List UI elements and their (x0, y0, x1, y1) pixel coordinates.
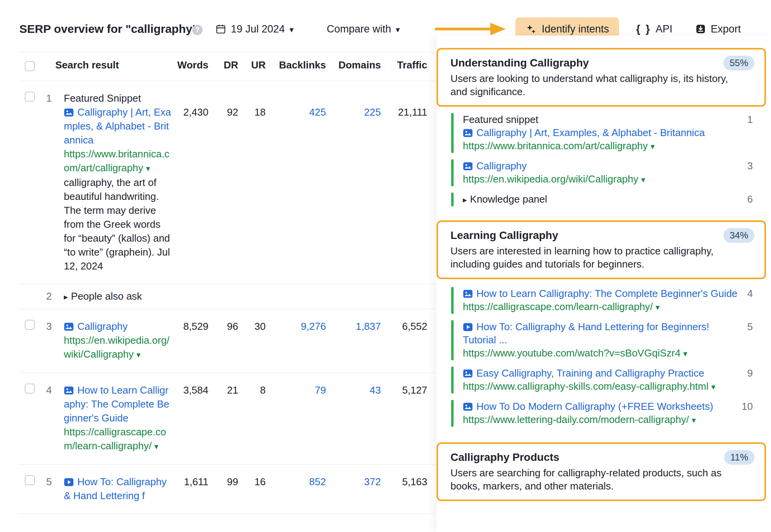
row-checkbox[interactable] (25, 475, 35, 485)
intent-bar (451, 193, 454, 206)
column-header-words: Words (172, 52, 208, 81)
row-checkbox[interactable] (25, 320, 35, 330)
result-rank: 10 (738, 400, 766, 413)
cell-domains[interactable]: 225 (326, 81, 381, 284)
result-link[interactable]: How To: Calligraphy & Hand Lettering f (64, 476, 167, 501)
cell-ur: 16 (238, 465, 266, 513)
result-url[interactable]: https://calligrascape.com/learn-calligra… (64, 425, 172, 454)
url-caret-icon[interactable]: ▾ (154, 442, 159, 451)
date-picker-button[interactable]: 19 Jul 2024 ▾ (215, 20, 293, 38)
api-label: API (656, 23, 673, 35)
cell-words: 3,584 (172, 373, 208, 464)
image-icon (463, 128, 473, 138)
intent-bar (451, 367, 454, 394)
page-title: SERP overview for "calligraphy" (19, 22, 198, 36)
cell-domains[interactable]: 1,837 (326, 309, 381, 373)
intent-description: Users are searching for calligraphy-rela… (450, 466, 729, 493)
intent-results-group: Featured snippet Calligraphy | Art, Exam… (437, 113, 766, 206)
result-position: 2 (37, 284, 54, 309)
knowledge-panel-toggle[interactable]: ▸Knowledge panel (463, 193, 738, 206)
image-icon (64, 385, 74, 396)
cell-backlinks[interactable]: 79 (266, 373, 326, 464)
result-url[interactable]: https://www.lettering-daily.com/modern-c… (463, 413, 738, 427)
url-caret-icon[interactable]: ▾ (692, 416, 696, 425)
result-position: 4 (37, 373, 54, 464)
row-checkbox[interactable] (25, 384, 35, 394)
result-url[interactable]: https://en.wikipedia.org/wiki/Calligraph… (463, 172, 738, 186)
result-rank: 9 (738, 367, 766, 380)
result-link[interactable]: Easy Calligraphy, Training and Calligrap… (463, 367, 704, 379)
export-button[interactable]: Export (695, 20, 741, 38)
api-button[interactable]: { } API (636, 20, 672, 38)
cell-dr: 92 (208, 81, 238, 284)
expand-icon: ▸ (463, 195, 467, 204)
row-checkbox[interactable] (25, 92, 35, 102)
annotation-arrow (434, 21, 508, 37)
table-row: 2 ▸People also ask (19, 284, 436, 309)
url-caret-icon[interactable]: ▾ (683, 349, 687, 358)
result-url[interactable]: https://www.calligraphy-skills.com/easy-… (463, 380, 738, 394)
column-header-domains: Domains (326, 52, 381, 81)
result-position: 5 (37, 465, 54, 513)
result-link[interactable]: How To Do Modern Calligraphy (+FREE Work… (463, 401, 713, 412)
date-label: 19 Jul 2024 (231, 23, 285, 35)
compare-with-button[interactable]: Compare with ▾ (327, 20, 400, 38)
image-icon (463, 402, 473, 412)
result-url[interactable]: https://www.britannica.com/art/calligrap… (463, 139, 738, 153)
result-link[interactable]: How To: Calligraphy & Hand Lettering for… (463, 321, 709, 346)
result-link[interactable]: Calligraphy | Art, Examples, & Alphabet … (64, 106, 171, 146)
select-all-checkbox[interactable] (25, 61, 35, 71)
cell-backlinks[interactable]: 852 (266, 465, 326, 513)
url-caret-icon[interactable]: ▾ (656, 303, 660, 312)
help-icon[interactable]: ? (192, 25, 203, 35)
intent-result-item: Featured snippet Calligraphy | Art, Exam… (437, 113, 766, 153)
image-icon (463, 161, 473, 171)
cell-traffic: 21,111 (381, 81, 427, 284)
result-rank: 5 (738, 320, 766, 333)
braces-icon: { } (636, 23, 651, 35)
intent-bar (451, 159, 454, 186)
intent-results-group: How to Learn Calligraphy: The Complete B… (437, 287, 766, 427)
column-header-dr: DR (208, 52, 238, 81)
cell-words: 2,430 (172, 81, 208, 284)
url-caret-icon[interactable]: ▾ (641, 175, 645, 184)
result-link[interactable]: Calligraphy (463, 160, 527, 172)
url-caret-icon[interactable]: ▾ (146, 164, 150, 173)
intent-result-item: Calligraphy https://en.wikipedia.org/wik… (437, 159, 766, 186)
intent-card-calligraphy-products: Calligraphy Products 11% Users are searc… (437, 442, 766, 501)
export-label: Export (711, 23, 741, 35)
result-url[interactable]: https://en.wikipedia.org/wiki/Calligraph… (64, 333, 172, 362)
url-caret-icon[interactable]: ▾ (136, 350, 141, 359)
intents-panel: Understanding Calligraphy 55% Users are … (437, 36, 771, 532)
intent-name: Understanding Calligraphy (450, 56, 589, 70)
result-rank: 1 (738, 113, 766, 126)
intent-card-understanding-calligraphy: Understanding Calligraphy 55% Users are … (437, 48, 766, 107)
chevron-down-icon: ▾ (396, 25, 400, 34)
result-url[interactable]: https://www.britannica.com/art/calligrap… (64, 147, 172, 176)
cell-backlinks[interactable]: 425 (266, 81, 326, 284)
result-link[interactable]: Calligraphy (64, 321, 128, 332)
table-header-row: Search result Words DR UR Backlinks Doma… (19, 52, 436, 81)
intent-bar (451, 113, 454, 153)
intent-description: Users are interested in learning how to … (450, 244, 729, 271)
cell-domains[interactable]: 43 (326, 373, 381, 464)
intent-result-item: Easy Calligraphy, Training and Calligrap… (437, 367, 766, 394)
image-icon (64, 322, 74, 332)
people-also-ask-toggle[interactable]: ▸People also ask (64, 290, 142, 302)
cell-backlinks[interactable]: 9,276 (266, 309, 326, 373)
result-link[interactable]: How to Learn Calligraphy: The Complete B… (463, 288, 737, 299)
cell-domains[interactable]: 372 (326, 465, 381, 513)
url-caret-icon[interactable]: ▾ (651, 142, 655, 151)
table-row: 5 How To: Calligraphy & Hand Lettering f… (19, 465, 436, 514)
cell-traffic: 5,127 (381, 373, 427, 464)
table-row: 3 Calligraphy https://en.wikipedia.org/w… (19, 309, 436, 373)
result-link[interactable]: How to Learn Calligraphy: The Complete B… (64, 384, 169, 424)
result-rank: 4 (738, 287, 766, 300)
table-row: 4 How to Learn Calligraphy: The Complete… (19, 373, 436, 465)
url-caret-icon[interactable]: ▾ (711, 382, 716, 391)
result-url[interactable]: https://www.youtube.com/watch?v=sBoVGqiS… (463, 346, 738, 360)
result-link[interactable]: Calligraphy | Art, Examples, & Alphabet … (463, 127, 705, 138)
column-header-backlinks: Backlinks (266, 52, 326, 81)
result-url[interactable]: https://calligrascape.com/learn-calligra… (463, 300, 738, 314)
result-type-label: Featured snippet (463, 113, 738, 126)
